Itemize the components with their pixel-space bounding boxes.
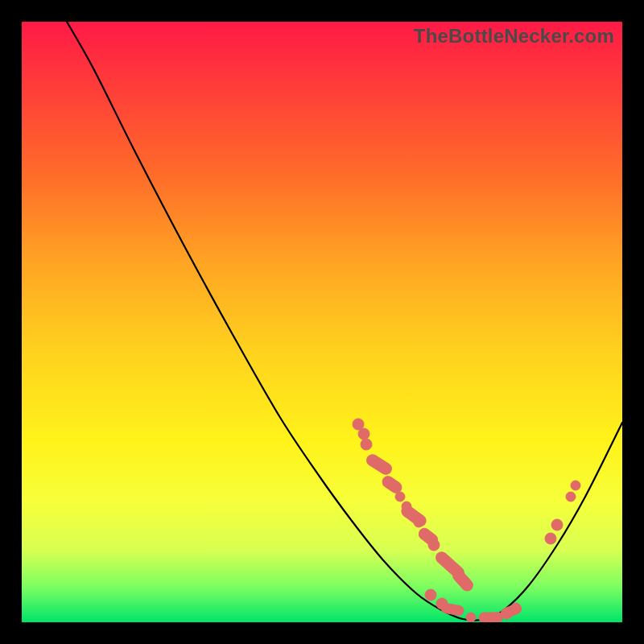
marker-dot	[511, 603, 521, 613]
marker-dot	[425, 589, 436, 601]
marker-dot	[502, 609, 512, 619]
marker-dot	[428, 539, 440, 551]
marker-dot	[402, 502, 411, 511]
chart-plot	[22, 22, 622, 622]
marker-dot-layer	[353, 419, 580, 622]
marker-dot	[571, 481, 580, 490]
marker-dot	[436, 598, 448, 609]
marker-dot	[480, 613, 489, 622]
marker-dot	[358, 428, 369, 440]
marker-dot	[551, 519, 563, 530]
chart-frame: TheBottleNecker.com	[22, 22, 622, 622]
watermark-label: TheBottleNecker.com	[414, 25, 614, 47]
marker-pill-layer	[365, 452, 522, 622]
marker-dot	[566, 492, 576, 502]
marker-dot	[395, 492, 405, 502]
marker-dot	[414, 518, 423, 527]
marker-pill	[365, 452, 394, 477]
bottleneck-curve	[67, 22, 622, 621]
marker-dot	[361, 439, 372, 450]
marker-dot	[466, 613, 476, 622]
marker-pill	[451, 568, 475, 593]
marker-dot	[545, 533, 556, 544]
